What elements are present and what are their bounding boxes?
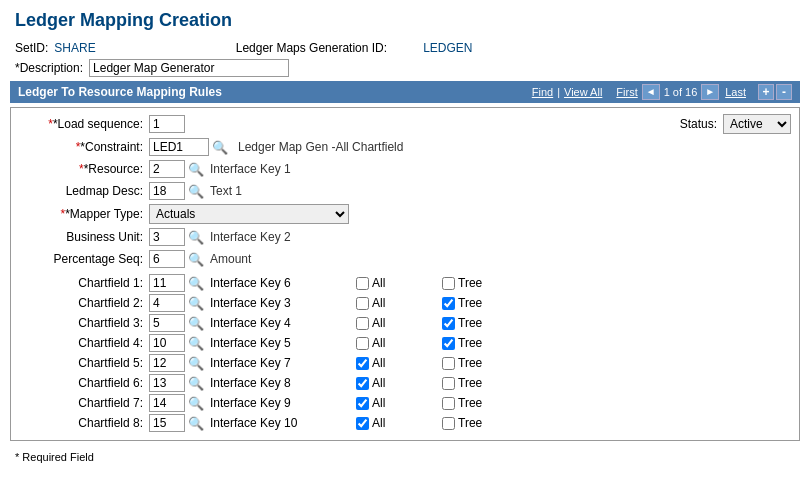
chartfield-label-5: Chartfield 6: [19,376,149,390]
cf-all-checkbox-5[interactable] [356,377,369,390]
cf-input-2[interactable] [149,314,185,332]
cf-lookup-icon-1[interactable]: 🔍 [188,296,204,311]
business-unit-input-group: 🔍 [149,228,204,246]
status-label: Status: [680,117,717,131]
cf-all-checkbox-1[interactable] [356,297,369,310]
add-button[interactable]: + [758,84,774,100]
cf-text-3: Interface Key 5 [210,336,350,350]
cf-all-label-4: All [372,356,385,370]
cf-input-0[interactable] [149,274,185,292]
description-field-row: *Description: [15,59,289,77]
cf-lookup-icon-5[interactable]: 🔍 [188,376,204,391]
cf-lookup-icon-2[interactable]: 🔍 [188,316,204,331]
business-unit-input[interactable] [149,228,185,246]
cf-tree-label-3: Tree [458,336,482,350]
section-header: Ledger To Resource Mapping Rules Find | … [10,81,800,103]
required-note: * Required Field [15,451,94,463]
cf-text-2: Interface Key 4 [210,316,350,330]
cf-all-checkbox-4[interactable] [356,357,369,370]
chartfield-label-0: Chartfield 1: [19,276,149,290]
load-sequence-input[interactable] [149,115,185,133]
constraint-input[interactable] [149,138,209,156]
ledmap-input[interactable] [149,182,185,200]
cf-all-label-5: All [372,376,385,390]
cf-all-checkbox-7[interactable] [356,417,369,430]
cf-all-label-0: All [372,276,385,290]
last-link[interactable]: Last [725,86,746,98]
ledgermapid-value: LEDGEN [423,41,472,55]
description-row: *Description: [0,59,810,81]
next-button[interactable]: ► [701,84,719,100]
cf-tree-checkbox-7[interactable] [442,417,455,430]
cf-lookup-icon-6[interactable]: 🔍 [188,396,204,411]
cf-tree-label-2: Tree [458,316,482,330]
resource-input[interactable] [149,160,185,178]
cf-all-cell-2: All [356,316,436,330]
constraint-label: *Constraint: [19,140,149,154]
cf-input-3[interactable] [149,334,185,352]
find-link[interactable]: Find [532,86,553,98]
cf-text-7: Interface Key 10 [210,416,350,430]
ledmap-row: Ledmap Desc: 🔍 Text 1 [19,182,791,200]
content-area: *Load sequence: Status: Active Inactive … [10,107,800,441]
business-unit-text: Interface Key 2 [210,230,291,244]
cf-all-checkbox-6[interactable] [356,397,369,410]
cf-tree-checkbox-5[interactable] [442,377,455,390]
cf-lookup-icon-0[interactable]: 🔍 [188,276,204,291]
constraint-lookup-icon[interactable]: 🔍 [212,140,228,155]
chartfield-label-1: Chartfield 2: [19,296,149,310]
view-all-link[interactable]: View All [564,86,602,98]
mapper-label: *Mapper Type: [19,207,149,221]
cf-tree-checkbox-4[interactable] [442,357,455,370]
section-nav: Find | View All First ◄ 1 of 16 ► Last +… [532,84,792,100]
cf-input-4[interactable] [149,354,185,372]
cf-tree-checkbox-2[interactable] [442,317,455,330]
footer-note: * Required Field [0,445,810,469]
chartfield-row: Chartfield 4: 🔍 Interface Key 5 All Tree [19,334,791,352]
constraint-text: Ledger Map Gen -All Chartfield [238,140,403,154]
cf-tree-cell-7: Tree [442,416,522,430]
cf-all-checkbox-3[interactable] [356,337,369,350]
ledgermapid-row: Ledger Maps Generation ID: LEDGEN [236,41,473,55]
cf-lookup-icon-7[interactable]: 🔍 [188,416,204,431]
cf-tree-cell-2: Tree [442,316,522,330]
cf-input-group-5: 🔍 [149,374,204,392]
setid-label: SetID: [15,41,48,55]
resource-lookup-icon[interactable]: 🔍 [188,162,204,177]
cf-input-7[interactable] [149,414,185,432]
percentage-seq-input[interactable] [149,250,185,268]
percentage-seq-lookup-icon[interactable]: 🔍 [188,252,204,267]
description-input[interactable] [89,59,289,77]
cf-all-cell-4: All [356,356,436,370]
page-header: Ledger Mapping Creation [0,0,810,37]
cf-lookup-icon-4[interactable]: 🔍 [188,356,204,371]
ledmap-lookup-icon[interactable]: 🔍 [188,184,204,199]
first-link[interactable]: First [616,86,637,98]
mapper-type-select[interactable]: Actuals Budget Encumbrance [149,204,349,224]
chartfield-row: Chartfield 7: 🔍 Interface Key 9 All Tree [19,394,791,412]
cf-tree-label-0: Tree [458,276,482,290]
remove-button[interactable]: - [776,84,792,100]
business-unit-lookup-icon[interactable]: 🔍 [188,230,204,245]
status-select[interactable]: Active Inactive [723,114,791,134]
cf-all-checkbox-0[interactable] [356,277,369,290]
cf-input-5[interactable] [149,374,185,392]
cf-all-label-2: All [372,316,385,330]
cf-tree-checkbox-1[interactable] [442,297,455,310]
prev-button[interactable]: ◄ [642,84,660,100]
chartfield-row: Chartfield 2: 🔍 Interface Key 3 All Tree [19,294,791,312]
cf-all-checkbox-2[interactable] [356,317,369,330]
setid-value: SHARE [54,41,95,55]
chartfield-label-7: Chartfield 8: [19,416,149,430]
chartfield-row: Chartfield 1: 🔍 Interface Key 6 All Tree [19,274,791,292]
cf-all-cell-3: All [356,336,436,350]
cf-all-cell-1: All [356,296,436,310]
cf-tree-checkbox-3[interactable] [442,337,455,350]
cf-tree-checkbox-6[interactable] [442,397,455,410]
cf-tree-checkbox-0[interactable] [442,277,455,290]
cf-input-6[interactable] [149,394,185,412]
cf-all-cell-0: All [356,276,436,290]
cf-lookup-icon-3[interactable]: 🔍 [188,336,204,351]
cf-input-1[interactable] [149,294,185,312]
load-sequence-label: *Load sequence: [19,117,149,131]
